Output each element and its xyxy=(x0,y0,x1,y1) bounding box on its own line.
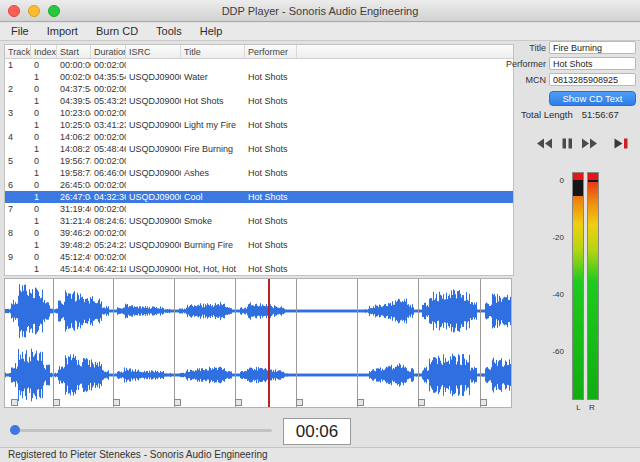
cell-filler xyxy=(297,131,513,143)
table-row[interactable]: 145:14:4906:42:18USQDJ0900009Hot, Hot, H… xyxy=(5,263,513,275)
table-row[interactable]: 2004:37:5400:02:00 xyxy=(5,83,513,95)
zoom-button[interactable] xyxy=(48,5,60,17)
playhead[interactable] xyxy=(268,279,270,407)
table-row[interactable]: 114:08:2705:48:46USQDJ0900004Fire Burnin… xyxy=(5,143,513,155)
track-marker[interactable] xyxy=(235,399,242,406)
header-track[interactable]: Track xyxy=(5,45,31,58)
titlebar[interactable]: DDP Player - Sonoris Audio Engineering xyxy=(0,0,640,22)
cell-index: 1 xyxy=(31,191,57,203)
waveform-scrollbar[interactable] xyxy=(10,429,272,432)
cell-title: Hot Shots xyxy=(181,95,245,107)
table-row[interactable]: 9045:12:4900:02:00 xyxy=(5,251,513,263)
header-performer[interactable]: Performer xyxy=(245,45,297,58)
table-row[interactable]: 104:39:5405:43:25USQDJ0900002Hot ShotsHo… xyxy=(5,95,513,107)
track-marker[interactable] xyxy=(418,399,425,406)
fast-forward-button[interactable] xyxy=(579,136,600,151)
cell-isrc: USQDJ0900008 xyxy=(126,239,181,251)
cell-title: Water xyxy=(181,71,245,83)
performer-label: Performer xyxy=(504,59,546,69)
minimize-button[interactable] xyxy=(28,5,40,17)
cell-index: 1 xyxy=(31,119,57,131)
track-marker[interactable] xyxy=(480,399,487,406)
performer-input[interactable]: Hot Shots xyxy=(549,57,636,70)
total-length-row: Total Length 51:56:67 xyxy=(521,109,619,120)
header-title[interactable]: Title xyxy=(181,45,245,58)
cell-performer xyxy=(245,131,297,143)
rewind-icon xyxy=(534,137,554,150)
header-start[interactable]: Start xyxy=(57,45,91,58)
cell-isrc: USQDJ0900003 xyxy=(126,119,181,131)
cell-filler xyxy=(297,167,513,179)
cell-title xyxy=(181,59,245,71)
meter-unlit-right xyxy=(588,180,598,182)
track-marker[interactable] xyxy=(357,399,364,406)
cell-index: 1 xyxy=(31,95,57,107)
table-row[interactable]: 6026:45:0400:02:00 xyxy=(5,179,513,191)
cell-index: 0 xyxy=(31,179,57,191)
cell-duration: 04:35:54 xyxy=(91,71,126,83)
track-marker[interactable] xyxy=(296,399,303,406)
meter-peak-right xyxy=(588,173,598,180)
track-divider xyxy=(235,279,236,407)
cell-performer: Hot Shots xyxy=(245,119,297,131)
track-divider xyxy=(480,279,481,407)
rewind-button[interactable] xyxy=(533,136,554,151)
mcn-input[interactable]: 0813285908925 xyxy=(549,73,636,86)
cell-index: 1 xyxy=(31,239,57,251)
cell-track: 4 xyxy=(5,131,31,143)
cell-index: 1 xyxy=(31,263,57,275)
table-row[interactable]: 126:47:0404:32:36USQDJ0900006CoolHot Sho… xyxy=(5,191,513,203)
waveform-scrollbar-thumb[interactable] xyxy=(10,425,20,435)
traffic-lights xyxy=(8,5,60,17)
cell-start: 26:47:04 xyxy=(57,191,91,203)
track-marker[interactable] xyxy=(11,399,18,406)
cell-title xyxy=(181,203,245,215)
table-row[interactable]: 5019:56:7300:02:00 xyxy=(5,155,513,167)
cell-start: 26:45:04 xyxy=(57,179,91,191)
menu-import[interactable]: Import xyxy=(38,23,87,40)
cell-duration: 00:02:00 xyxy=(91,227,126,239)
header-index[interactable]: Index xyxy=(31,45,57,58)
table-row[interactable]: 110:25:0403:41:23USQDJ0900003Light my Fi… xyxy=(5,119,513,131)
cell-performer: Hot Shots xyxy=(245,143,297,155)
cell-performer: Hot Shots xyxy=(245,239,297,251)
waveform-display[interactable] xyxy=(4,278,512,408)
cell-start: 04:39:54 xyxy=(57,95,91,107)
table-row[interactable]: 8039:46:2600:02:00 xyxy=(5,227,513,239)
header-isrc[interactable]: ISRC xyxy=(126,45,181,58)
header-duration[interactable]: Duration xyxy=(91,45,126,58)
table-row[interactable]: 1000:00:0000:02:00 xyxy=(5,59,513,71)
track-divider xyxy=(418,279,419,407)
menu-help[interactable]: Help xyxy=(191,23,232,40)
title-input[interactable]: Fire Burning xyxy=(549,41,636,54)
cell-isrc: USQDJ0900009 xyxy=(126,263,181,275)
cell-isrc xyxy=(126,203,181,215)
track-marker[interactable] xyxy=(113,399,120,406)
table-row[interactable]: 7031:19:4000:02:00 xyxy=(5,203,513,215)
cell-track: 8 xyxy=(5,227,31,239)
waveform-canvas[interactable] xyxy=(5,279,511,407)
cell-isrc xyxy=(126,155,181,167)
cell-performer xyxy=(245,107,297,119)
table-row[interactable]: 131:21:4008:24:61USQDJ0900007SmokeHot Sh… xyxy=(5,215,513,227)
table-row[interactable]: 100:02:0004:35:54USQDJ0900001WaterHot Sh… xyxy=(5,71,513,83)
track-marker[interactable] xyxy=(174,399,181,406)
close-button[interactable] xyxy=(8,5,20,17)
pause-button[interactable] xyxy=(556,136,577,151)
table-row[interactable]: 3010:23:0400:02:00 xyxy=(5,107,513,119)
track-marker[interactable] xyxy=(53,399,60,406)
play-from-cursor-button[interactable] xyxy=(610,136,631,151)
menu-tools[interactable]: Tools xyxy=(147,23,191,40)
mcn-label: MCN xyxy=(504,75,546,85)
cell-start: 19:56:73 xyxy=(57,155,91,167)
menu-burn-cd[interactable]: Burn CD xyxy=(87,23,147,40)
table-row[interactable]: 119:58:7306:46:06USQDJ0900005AshesHot Sh… xyxy=(5,167,513,179)
meter-tick-20: -20 xyxy=(552,233,564,242)
meter-bar-left xyxy=(572,172,584,400)
menu-file[interactable]: File xyxy=(2,23,38,40)
cell-filler xyxy=(297,95,513,107)
table-row[interactable]: 139:48:2605:24:23USQDJ0900008Burning Fir… xyxy=(5,239,513,251)
show-cd-text-button[interactable]: Show CD Text xyxy=(549,91,636,106)
table-row[interactable]: 4014:06:2700:02:00 xyxy=(5,131,513,143)
cell-index: 1 xyxy=(31,167,57,179)
